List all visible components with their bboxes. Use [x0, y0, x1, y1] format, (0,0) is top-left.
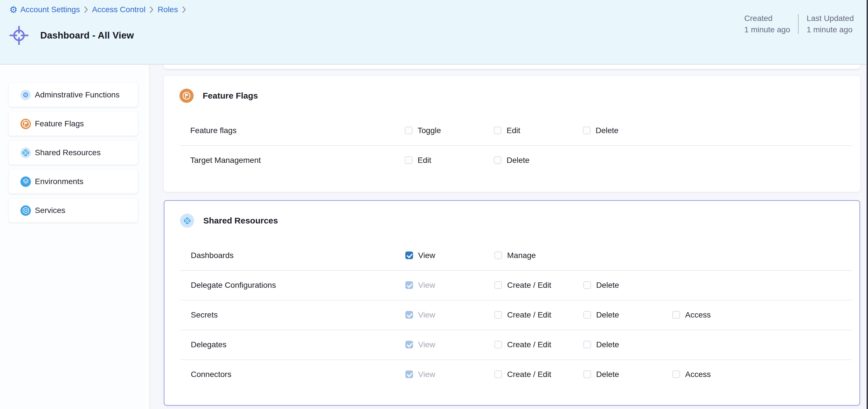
permission-checkbox-label[interactable]: View: [418, 340, 435, 349]
permission-card-shared-resources: Shared ResourcesDashboardsViewManageDele…: [164, 200, 860, 406]
permission-row-target-management: Target ManagementEditDelete: [164, 145, 860, 175]
breadcrumb-link-account-settings[interactable]: ⚙Account Settings: [9, 5, 80, 14]
permission-checkbox[interactable]: [583, 311, 591, 319]
breadcrumb-link-access-control[interactable]: Access Control: [92, 5, 146, 14]
resource-label: Secrets: [191, 310, 218, 319]
permission-delete[interactable]: Delete: [583, 310, 619, 319]
breadcrumb-separator: [84, 6, 88, 13]
sidebar-item-shared-resources[interactable]: Shared Resources: [9, 141, 138, 165]
flag-icon: [21, 119, 30, 128]
permission-row-delegates: DelegatesViewCreate / EditDelete: [164, 330, 860, 360]
permission-cards: Feature FlagsFeature flagsToggleEditDele…: [151, 76, 868, 406]
permission-checkbox[interactable]: [673, 371, 680, 378]
permission-row-connectors: ConnectorsViewCreate / EditDeleteAccess: [164, 360, 860, 389]
permission-checkbox[interactable]: [405, 341, 413, 348]
permission-checkbox[interactable]: [494, 156, 501, 164]
permission-checkbox-label[interactable]: View: [418, 310, 435, 319]
permission-checkbox[interactable]: [494, 341, 502, 348]
permission-checkbox-label[interactable]: Delete: [596, 310, 619, 319]
permission-checkbox-label[interactable]: View: [418, 370, 435, 379]
created-label: Created: [744, 14, 790, 23]
category-icon-badge: [21, 147, 31, 158]
resource-label: Connectors: [191, 370, 231, 379]
sidebar-item-environments[interactable]: Environments: [9, 170, 138, 194]
permission-access[interactable]: Access: [673, 370, 711, 379]
permission-view[interactable]: View: [405, 310, 435, 319]
permission-toggle[interactable]: Toggle: [405, 126, 441, 135]
permission-checkbox[interactable]: [494, 311, 502, 319]
permission-checkbox[interactable]: [494, 251, 502, 259]
sidebar-item-adminstrative-functions[interactable]: ⚙Adminstrative Functions: [9, 83, 138, 107]
permission-delete[interactable]: Delete: [583, 281, 619, 290]
permission-edit[interactable]: Edit: [405, 156, 431, 165]
permission-view[interactable]: View: [405, 281, 435, 290]
layers-icon: [22, 177, 30, 186]
permission-checkbox[interactable]: [405, 371, 413, 378]
permission-checkbox-label[interactable]: Edit: [417, 156, 431, 165]
permission-checkbox[interactable]: [673, 311, 680, 319]
permission-checkbox[interactable]: [405, 281, 413, 289]
permission-checkbox[interactable]: [405, 251, 413, 259]
permission-create-edit[interactable]: Create / Edit: [494, 370, 551, 379]
permission-delete[interactable]: Delete: [583, 340, 619, 349]
permission-checkbox-label[interactable]: Manage: [507, 251, 536, 260]
permission-create-edit[interactable]: Create / Edit: [494, 340, 551, 349]
permission-checkbox[interactable]: [583, 281, 591, 289]
category-icon-badge: [21, 205, 31, 216]
permission-checkbox-label[interactable]: Delete: [596, 126, 619, 135]
permission-checkbox-label[interactable]: Create / Edit: [507, 370, 551, 379]
permission-checkbox[interactable]: [494, 281, 502, 289]
permission-view[interactable]: View: [405, 370, 435, 379]
permission-checkbox[interactable]: [494, 371, 502, 378]
sidebar-item-feature-flags[interactable]: Feature Flags: [9, 112, 138, 136]
permission-card-feature-flags: Feature FlagsFeature flagsToggleEditDele…: [164, 76, 860, 192]
role-details-page: ⚙Account SettingsAccess ControlRoles Das…: [0, 0, 868, 409]
chevron-right-icon: [149, 6, 154, 13]
resource-category-sidebar: ⚙Adminstrative FunctionsFeature FlagsSha…: [0, 65, 150, 409]
permission-checkbox[interactable]: [405, 156, 412, 164]
category-icon-badge: [21, 176, 31, 187]
permission-manage[interactable]: Manage: [494, 251, 536, 260]
permission-checkbox-label[interactable]: Delete: [596, 340, 619, 349]
permission-checkbox[interactable]: [583, 127, 590, 134]
permission-checkbox-label[interactable]: Create / Edit: [507, 281, 551, 290]
permission-delete[interactable]: Delete: [583, 126, 619, 135]
permission-view[interactable]: View: [405, 251, 435, 260]
sidebar-item-services[interactable]: Services: [9, 199, 138, 223]
breadcrumb: ⚙Account SettingsAccess ControlRoles: [9, 5, 186, 14]
permission-checkbox-label[interactable]: Toggle: [417, 126, 441, 135]
permission-checkbox[interactable]: [494, 127, 501, 134]
page-title: Dashboard - All View: [40, 30, 134, 41]
permission-delete[interactable]: Delete: [494, 156, 530, 165]
permission-checkbox[interactable]: [405, 127, 412, 134]
breadcrumb-separator: [182, 6, 186, 13]
permission-delete[interactable]: Delete: [583, 370, 619, 379]
permission-checkbox-label[interactable]: View: [418, 281, 435, 290]
permission-checkbox-label[interactable]: Edit: [506, 126, 520, 135]
shared-resources-icon: [183, 216, 192, 225]
permission-checkbox-label[interactable]: Access: [685, 370, 711, 379]
permission-access[interactable]: Access: [673, 310, 711, 319]
scrolled-card-remnant: [164, 65, 860, 69]
permission-edit[interactable]: Edit: [494, 126, 520, 135]
permission-checkbox-label[interactable]: Create / Edit: [507, 340, 551, 349]
last-updated-meta: Last Updated 1 minute ago: [798, 14, 862, 34]
permission-checkbox-label[interactable]: View: [418, 251, 435, 260]
breadcrumb-label: Account Settings: [21, 5, 80, 14]
permission-view[interactable]: View: [405, 340, 435, 349]
permission-create-edit[interactable]: Create / Edit: [494, 310, 551, 319]
resource-label: Dashboards: [191, 251, 234, 260]
permission-checkbox-label[interactable]: Delete: [506, 156, 530, 165]
permission-checkbox-label[interactable]: Delete: [596, 281, 619, 290]
permission-checkbox-label[interactable]: Access: [685, 310, 711, 319]
permission-checkbox[interactable]: [583, 341, 591, 348]
permission-checkbox-label[interactable]: Create / Edit: [507, 310, 551, 319]
meta-block: Created 1 minute ago Last Updated 1 minu…: [737, 14, 862, 34]
permission-checkbox-label[interactable]: Delete: [596, 370, 619, 379]
vertical-scrollbar[interactable]: [867, 0, 868, 409]
permission-checkbox[interactable]: [583, 371, 591, 378]
permission-checkbox[interactable]: [405, 311, 413, 319]
title-row: Dashboard - All View: [9, 25, 134, 45]
breadcrumb-link-roles[interactable]: Roles: [158, 5, 178, 14]
permission-create-edit[interactable]: Create / Edit: [494, 281, 551, 290]
